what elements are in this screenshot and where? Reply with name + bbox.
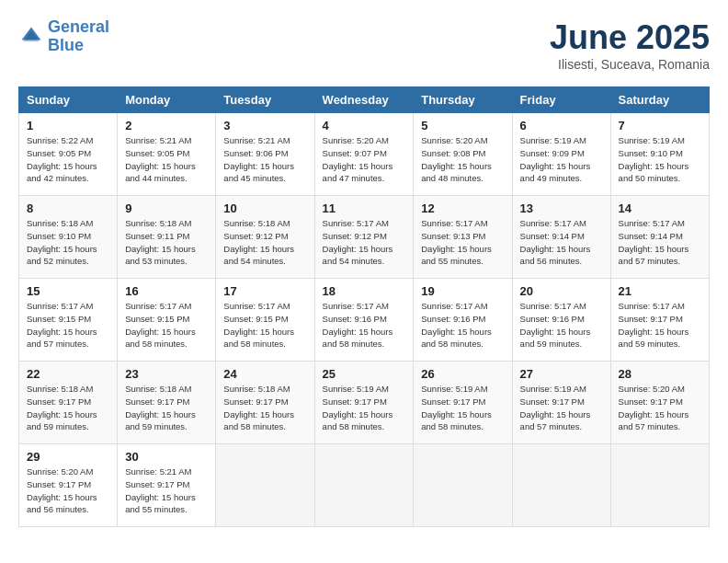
calendar-header-thursday: Thursday: [414, 87, 512, 113]
logo-text: General Blue: [48, 18, 109, 55]
day-info: Sunrise: 5:20 AM Sunset: 9:17 PM Dayligh…: [619, 383, 701, 433]
calendar-cell: 21 Sunrise: 5:17 AM Sunset: 9:17 PM Dayl…: [610, 279, 709, 362]
calendar-cell: 12 Sunrise: 5:17 AM Sunset: 9:13 PM Dayl…: [414, 196, 512, 279]
calendar-cell: 24 Sunrise: 5:18 AM Sunset: 9:17 PM Dayl…: [216, 362, 314, 444]
calendar-cell: 27 Sunrise: 5:19 AM Sunset: 9:17 PM Dayl…: [512, 362, 610, 444]
day-number: 29: [27, 450, 109, 464]
day-number: 23: [125, 367, 208, 381]
calendar-cell: 22 Sunrise: 5:18 AM Sunset: 9:17 PM Dayl…: [19, 362, 118, 444]
calendar-cell: 8 Sunrise: 5:18 AM Sunset: 9:10 PM Dayli…: [19, 196, 118, 279]
day-number: 13: [520, 201, 603, 215]
day-info: Sunrise: 5:20 AM Sunset: 9:08 PM Dayligh…: [421, 134, 504, 185]
day-info: Sunrise: 5:21 AM Sunset: 9:06 PM Dayligh…: [223, 134, 306, 185]
calendar-table: SundayMondayTuesdayWednesdayThursdayFrid…: [18, 86, 710, 527]
calendar-cell: 15 Sunrise: 5:17 AM Sunset: 9:15 PM Dayl…: [19, 279, 118, 362]
day-info: Sunrise: 5:18 AM Sunset: 9:17 PM Dayligh…: [223, 383, 306, 433]
day-number: 26: [421, 367, 504, 381]
calendar-cell: 20 Sunrise: 5:17 AM Sunset: 9:16 PM Dayl…: [512, 279, 610, 362]
day-number: 11: [323, 201, 406, 215]
day-info: Sunrise: 5:20 AM Sunset: 9:17 PM Dayligh…: [27, 465, 109, 516]
calendar-cell: 26 Sunrise: 5:19 AM Sunset: 9:17 PM Dayl…: [414, 362, 512, 444]
day-number: 7: [619, 119, 701, 132]
calendar-cell: 1 Sunrise: 5:22 AM Sunset: 9:05 PM Dayli…: [19, 113, 118, 196]
calendar-cell: 25 Sunrise: 5:19 AM Sunset: 9:17 PM Dayl…: [314, 362, 414, 444]
day-info: Sunrise: 5:17 AM Sunset: 9:13 PM Dayligh…: [421, 217, 504, 268]
day-info: Sunrise: 5:17 AM Sunset: 9:16 PM Dayligh…: [520, 300, 603, 350]
day-info: Sunrise: 5:19 AM Sunset: 9:17 PM Dayligh…: [520, 383, 603, 433]
day-info: Sunrise: 5:17 AM Sunset: 9:17 PM Dayligh…: [619, 300, 701, 350]
calendar-cell: 13 Sunrise: 5:17 AM Sunset: 9:14 PM Dayl…: [512, 196, 610, 279]
calendar-cell: 16 Sunrise: 5:17 AM Sunset: 9:15 PM Dayl…: [118, 279, 216, 362]
day-number: 15: [27, 284, 109, 298]
calendar-cell: 4 Sunrise: 5:20 AM Sunset: 9:07 PM Dayli…: [314, 113, 414, 196]
day-number: 18: [323, 284, 406, 298]
title-block: June 2025 Ilisesti, Suceava, Romania: [550, 18, 710, 72]
day-info: Sunrise: 5:20 AM Sunset: 9:07 PM Dayligh…: [323, 134, 406, 185]
day-info: Sunrise: 5:18 AM Sunset: 9:12 PM Dayligh…: [223, 217, 306, 268]
logo-icon: [18, 24, 44, 50]
calendar-cell: 11 Sunrise: 5:17 AM Sunset: 9:12 PM Dayl…: [314, 196, 414, 279]
day-number: 2: [125, 119, 208, 132]
calendar-cell: 23 Sunrise: 5:18 AM Sunset: 9:17 PM Dayl…: [118, 362, 216, 444]
day-number: 10: [223, 201, 306, 215]
calendar-cell: 9 Sunrise: 5:18 AM Sunset: 9:11 PM Dayli…: [118, 196, 216, 279]
location: Ilisesti, Suceava, Romania: [550, 57, 710, 72]
day-info: Sunrise: 5:17 AM Sunset: 9:15 PM Dayligh…: [223, 300, 306, 350]
calendar-cell: 10 Sunrise: 5:18 AM Sunset: 9:12 PM Dayl…: [216, 196, 314, 279]
calendar-header-friday: Friday: [512, 87, 610, 113]
day-info: Sunrise: 5:19 AM Sunset: 9:17 PM Dayligh…: [323, 383, 406, 433]
day-number: 19: [421, 284, 504, 298]
calendar-cell: 5 Sunrise: 5:20 AM Sunset: 9:08 PM Dayli…: [414, 113, 512, 196]
day-info: Sunrise: 5:22 AM Sunset: 9:05 PM Dayligh…: [27, 134, 109, 185]
calendar-cell: 17 Sunrise: 5:17 AM Sunset: 9:15 PM Dayl…: [216, 279, 314, 362]
calendar-week-1: 1 Sunrise: 5:22 AM Sunset: 9:05 PM Dayli…: [19, 113, 710, 196]
day-number: 28: [619, 367, 701, 381]
day-info: Sunrise: 5:18 AM Sunset: 9:10 PM Dayligh…: [27, 217, 109, 268]
day-number: 22: [27, 367, 109, 381]
calendar-body: 1 Sunrise: 5:22 AM Sunset: 9:05 PM Dayli…: [19, 113, 710, 527]
day-info: Sunrise: 5:19 AM Sunset: 9:10 PM Dayligh…: [619, 134, 701, 185]
day-number: 6: [520, 119, 603, 132]
calendar-header-tuesday: Tuesday: [216, 87, 314, 113]
day-info: Sunrise: 5:18 AM Sunset: 9:11 PM Dayligh…: [125, 217, 208, 268]
calendar-week-5: 29 Sunrise: 5:20 AM Sunset: 9:17 PM Dayl…: [19, 444, 710, 527]
calendar-cell: [414, 444, 512, 527]
day-info: Sunrise: 5:17 AM Sunset: 9:14 PM Dayligh…: [520, 217, 603, 268]
day-number: 1: [27, 119, 109, 132]
calendar-cell: 30 Sunrise: 5:21 AM Sunset: 9:17 PM Dayl…: [118, 444, 216, 527]
calendar-cell: 28 Sunrise: 5:20 AM Sunset: 9:17 PM Dayl…: [610, 362, 709, 444]
calendar-cell: 7 Sunrise: 5:19 AM Sunset: 9:10 PM Dayli…: [610, 113, 709, 196]
day-number: 16: [125, 284, 208, 298]
day-number: 5: [421, 119, 504, 132]
day-info: Sunrise: 5:17 AM Sunset: 9:15 PM Dayligh…: [27, 300, 109, 350]
day-info: Sunrise: 5:17 AM Sunset: 9:14 PM Dayligh…: [619, 217, 701, 268]
calendar-cell: 29 Sunrise: 5:20 AM Sunset: 9:17 PM Dayl…: [19, 444, 118, 527]
day-info: Sunrise: 5:17 AM Sunset: 9:12 PM Dayligh…: [323, 217, 406, 268]
calendar-week-2: 8 Sunrise: 5:18 AM Sunset: 9:10 PM Dayli…: [19, 196, 710, 279]
page-header: General Blue June 2025 Ilisesti, Suceava…: [18, 18, 710, 72]
day-info: Sunrise: 5:19 AM Sunset: 9:17 PM Dayligh…: [421, 383, 504, 433]
day-number: 3: [223, 119, 306, 132]
day-number: 12: [421, 201, 504, 215]
day-number: 20: [520, 284, 603, 298]
day-number: 8: [27, 201, 109, 215]
calendar-cell: 18 Sunrise: 5:17 AM Sunset: 9:16 PM Dayl…: [314, 279, 414, 362]
day-info: Sunrise: 5:21 AM Sunset: 9:17 PM Dayligh…: [125, 465, 208, 516]
calendar-cell: 14 Sunrise: 5:17 AM Sunset: 9:14 PM Dayl…: [610, 196, 709, 279]
logo-line1: General: [48, 17, 109, 36]
day-number: 4: [323, 119, 406, 132]
day-info: Sunrise: 5:17 AM Sunset: 9:16 PM Dayligh…: [421, 300, 504, 350]
calendar-cell: [216, 444, 314, 527]
day-number: 25: [323, 367, 406, 381]
day-info: Sunrise: 5:19 AM Sunset: 9:09 PM Dayligh…: [520, 134, 603, 185]
calendar-header-wednesday: Wednesday: [314, 87, 414, 113]
day-info: Sunrise: 5:17 AM Sunset: 9:15 PM Dayligh…: [125, 300, 208, 350]
day-number: 14: [619, 201, 701, 215]
day-number: 9: [125, 201, 208, 215]
calendar-cell: 6 Sunrise: 5:19 AM Sunset: 9:09 PM Dayli…: [512, 113, 610, 196]
calendar-cell: 2 Sunrise: 5:21 AM Sunset: 9:05 PM Dayli…: [118, 113, 216, 196]
calendar-week-3: 15 Sunrise: 5:17 AM Sunset: 9:15 PM Dayl…: [19, 279, 710, 362]
calendar-header-saturday: Saturday: [610, 87, 709, 113]
day-number: 30: [125, 450, 208, 464]
calendar-header-monday: Monday: [118, 87, 216, 113]
